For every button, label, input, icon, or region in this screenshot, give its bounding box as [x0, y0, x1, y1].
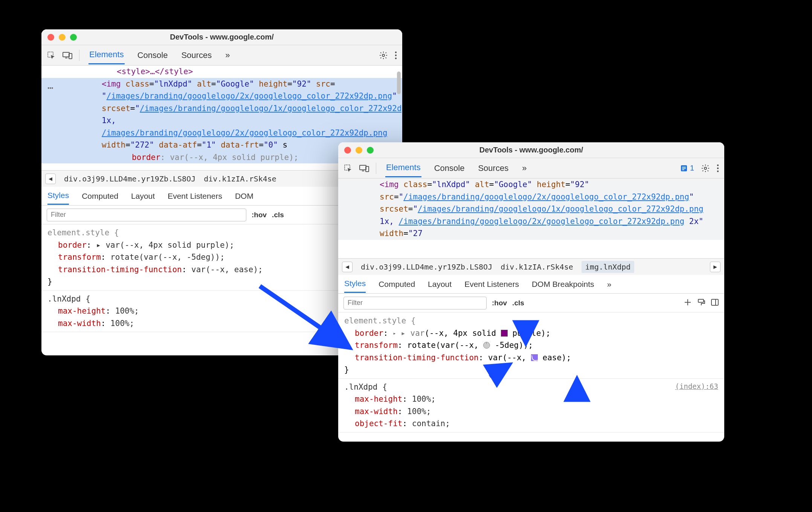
tab-elements[interactable]: Elements: [385, 159, 421, 177]
tab-console[interactable]: Console: [433, 160, 466, 177]
svg-rect-18: [698, 299, 704, 302]
window-title: DevTools - www.google.com/: [41, 33, 402, 41]
svg-point-4: [395, 51, 397, 53]
subtab-dombp[interactable]: DOM Breakpoints: [532, 276, 594, 293]
color-swatch-purple-icon[interactable]: [501, 330, 508, 337]
tab-elements[interactable]: Elements: [89, 46, 125, 64]
inspect-icon[interactable]: [47, 51, 56, 60]
issues-badge[interactable]: 1: [680, 164, 694, 172]
svg-rect-11: [682, 167, 686, 168]
cls-button[interactable]: .cls: [272, 211, 284, 219]
kebab-icon[interactable]: [395, 51, 397, 59]
angle-swatch-icon[interactable]: [483, 342, 490, 349]
main-toolbar: Elements Console Sources »: [41, 45, 402, 66]
tab-sources[interactable]: Sources: [180, 47, 212, 64]
subtab-layout[interactable]: Layout: [428, 276, 452, 293]
scrollbar-thumb[interactable]: [397, 72, 401, 94]
svg-point-5: [395, 54, 397, 56]
gear-icon[interactable]: [701, 164, 710, 173]
subtab-dombp[interactable]: DOM: [235, 188, 253, 204]
tab-console[interactable]: Console: [137, 47, 169, 64]
dom-node-img-selected[interactable]: <img class="lnXdpd" alt="Google" height=…: [41, 78, 402, 90]
gear-icon[interactable]: [379, 51, 388, 60]
filter-input[interactable]: [343, 297, 487, 309]
crumb-div1[interactable]: div.o3j99.LLD4me.yr19Zb.LS8OJ: [64, 174, 195, 183]
svg-point-14: [704, 167, 707, 169]
styles-panel[interactable]: element.style { border: ▸ ▸ var(--x, 4px…: [338, 312, 724, 442]
subtab-listeners[interactable]: Event Listeners: [464, 276, 519, 293]
subtab-more[interactable]: »: [607, 276, 612, 293]
subtab-computed[interactable]: Computed: [379, 276, 415, 293]
device-toggle-icon[interactable]: [359, 164, 369, 172]
zoom-icon[interactable]: [367, 147, 374, 154]
dom-node-src[interactable]: "/images/branding/googlelogo/2x/googlelo…: [41, 90, 402, 114]
ellipsis-icon[interactable]: ⋯: [47, 82, 53, 93]
tab-more[interactable]: »: [521, 160, 527, 177]
subtab-styles[interactable]: Styles: [344, 275, 366, 293]
crumb-prev-icon[interactable]: ◀: [45, 174, 56, 184]
rule-lnxdpd[interactable]: (index):63 .lnXdpd { max-height: 100%; m…: [338, 379, 724, 433]
kebab-icon[interactable]: [717, 164, 719, 172]
panel-tabs: Elements Console Sources »: [89, 46, 372, 64]
panel-tabs: Elements Console Sources »: [385, 159, 673, 177]
crumb-next-icon[interactable]: ▶: [710, 262, 720, 272]
close-icon[interactable]: [47, 34, 54, 41]
svg-rect-13: [682, 169, 684, 170]
filter-bar: :hov .cls: [338, 294, 724, 312]
close-icon[interactable]: [344, 147, 351, 154]
svg-rect-1: [63, 52, 69, 57]
tab-more[interactable]: »: [224, 47, 230, 64]
crumb-img[interactable]: img.lnXdpd: [582, 261, 634, 273]
styles-subtabs: Styles Computed Layout Event Listeners D…: [338, 275, 724, 294]
decl-border[interactable]: border: ▸ ▸ var(--x, 4px solid purple);: [344, 327, 718, 340]
device-toggle-icon[interactable]: [63, 51, 72, 59]
subtab-listeners[interactable]: Event Listeners: [168, 188, 222, 204]
crumb-div2[interactable]: div.k1zIA.rSk4se: [501, 262, 573, 271]
svg-point-6: [395, 57, 397, 59]
svg-point-15: [717, 164, 719, 166]
decl-ttf[interactable]: transition-timing-function: var(--x, eas…: [344, 352, 718, 364]
minimize-icon[interactable]: [59, 34, 66, 41]
filter-input[interactable]: [47, 209, 246, 221]
dom-node-style[interactable]: <style>…</style>: [41, 66, 402, 78]
hov-button[interactable]: :hov: [492, 299, 507, 307]
devtools-window-after: DevTools - www.google.com/ Elements Cons…: [338, 142, 724, 442]
cls-button[interactable]: .cls: [512, 299, 524, 307]
dom-node-srcset2[interactable]: 1x, /images/branding/googlelogo/2x/googl…: [41, 114, 402, 139]
panel-layout-icon[interactable]: [711, 298, 719, 308]
zoom-icon[interactable]: [70, 34, 77, 41]
rule-element-style[interactable]: element.style { border: ▸ ▸ var(--x, 4px…: [338, 312, 724, 379]
svg-point-17: [717, 170, 719, 172]
svg-rect-19: [711, 299, 718, 305]
new-style-rule-icon[interactable]: [684, 298, 692, 308]
decl-transform[interactable]: transform: rotate(var(--x, -5deg));: [344, 339, 718, 352]
svg-rect-8: [360, 165, 366, 170]
titlebar: DevTools - www.google.com/: [41, 29, 402, 45]
crumb-prev-icon[interactable]: ◀: [342, 262, 353, 272]
crumb-div2[interactable]: div.k1zIA.rSk4se: [204, 174, 276, 183]
crumb-div1[interactable]: div.o3j99.LLD4me.yr19Zb.LS8OJ: [361, 262, 492, 271]
main-toolbar: Elements Console Sources » 1: [338, 158, 724, 178]
hov-button[interactable]: :hov: [252, 211, 267, 219]
inspect-icon[interactable]: [343, 164, 353, 173]
svg-point-3: [382, 54, 385, 56]
traffic-lights: [338, 147, 374, 154]
window-title: DevTools - www.google.com/: [338, 146, 724, 154]
issues-count: 1: [690, 164, 694, 172]
minimize-icon[interactable]: [356, 147, 362, 154]
easing-swatch-icon[interactable]: [531, 354, 538, 361]
tab-sources[interactable]: Sources: [477, 160, 509, 177]
source-link[interactable]: (index):63: [675, 381, 718, 392]
titlebar: DevTools - www.google.com/: [338, 142, 724, 158]
dom-tree[interactable]: <img class="lnXdpd" alt="Google" height=…: [338, 178, 724, 258]
subtab-layout[interactable]: Layout: [131, 188, 155, 204]
svg-rect-12: [682, 168, 686, 169]
paint-icon[interactable]: [697, 298, 705, 308]
subtab-computed[interactable]: Computed: [82, 188, 118, 204]
breadcrumbs: ◀ div.o3j99.LLD4me.yr19Zb.LS8OJ div.k1zI…: [338, 258, 724, 275]
traffic-lights: [41, 34, 77, 41]
dom-node-img[interactable]: <img class="lnXdpd" alt="Google" height=…: [338, 178, 724, 240]
svg-point-16: [717, 167, 719, 169]
subtab-styles[interactable]: Styles: [47, 187, 69, 205]
